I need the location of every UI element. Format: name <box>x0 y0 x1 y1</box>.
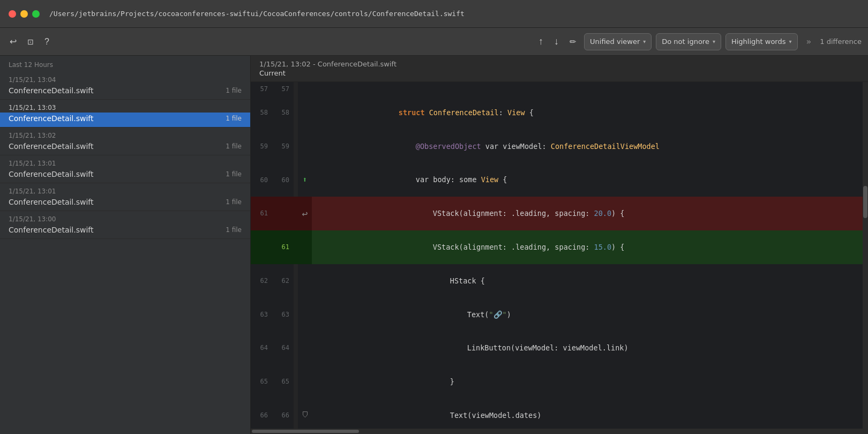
sidebar-timestamp-1: 1/15/21, 13:03 <box>0 100 250 113</box>
sidebar-item-1[interactable]: ConferenceDetail.swift 1 file <box>0 113 250 127</box>
scrollbar-thumb[interactable] <box>863 186 867 218</box>
maximize-button[interactable] <box>32 10 40 18</box>
table-row: 63 63 Text("🔗") <box>251 298 868 332</box>
table-row: 57 57 <box>251 82 868 96</box>
help-button[interactable]: ? <box>41 35 53 49</box>
code-line-62: HStack { <box>312 264 868 298</box>
traffic-lights <box>9 10 40 18</box>
code-line-64: LinkButton(viewModel: viewModel.link) <box>312 331 868 365</box>
highlight-dropdown[interactable]: Highlight words ▾ <box>725 33 798 50</box>
sidebar-timestamp-3: 1/15/21, 13:01 <box>0 155 250 168</box>
code-line-58: struct ConferenceDetail: View { <box>312 96 868 130</box>
code-line-63: Text("🔗") <box>312 298 868 332</box>
edit-button[interactable]: ✏ <box>566 35 580 49</box>
sidebar-group-3: 1/15/21, 13:01 ConferenceDetail.swift 1 … <box>0 155 250 183</box>
main-content: Last 12 Hours 1/15/21, 13:04 ConferenceD… <box>0 56 868 434</box>
sidebar-group-2: 1/15/21, 13:02 ConferenceDetail.swift 1 … <box>0 128 250 155</box>
table-row: 61 ↩ VStack(alignment: .leading, spacing… <box>251 197 868 230</box>
table-row: 61 VStack(alignment: .leading, spacing: … <box>251 230 868 264</box>
sidebar-filecount-5: 1 file <box>226 226 242 234</box>
vertical-scrollbar[interactable] <box>863 82 868 429</box>
sidebar-item-5[interactable]: ConferenceDetail.swift 1 file <box>0 224 250 238</box>
ignore-dropdown-arrow: ▾ <box>713 39 715 44</box>
nav-up-button[interactable]: ↑ <box>535 34 547 49</box>
code-line-60: var body: some View { <box>312 163 868 197</box>
code-line-57 <box>312 82 868 96</box>
table-row: 64 64 LinkButton(viewModel: viewModel.li… <box>251 331 868 365</box>
gutter-60: ⬆ <box>298 163 312 197</box>
sidebar-filecount-2: 1 file <box>226 143 242 150</box>
sidebar-filename-3: ConferenceDetail.swift <box>9 170 94 178</box>
horizontal-scrollbar[interactable] <box>251 429 868 434</box>
h-scrollbar-thumb[interactable] <box>252 430 359 433</box>
gutter-65 <box>298 365 312 399</box>
sidebar-item-4[interactable]: ConferenceDetail.swift 1 file <box>0 196 250 211</box>
table-row: 59 59 @ObservedObject var viewModel: Con… <box>251 130 868 163</box>
gutter-57 <box>298 82 312 96</box>
sidebar-item-2[interactable]: ConferenceDetail.swift 1 file <box>0 140 250 155</box>
sidebar: Last 12 Hours 1/15/21, 13:04 ConferenceD… <box>0 56 251 434</box>
sidebar-item-0[interactable]: ConferenceDetail.swift 1 file <box>0 85 250 99</box>
sidebar-filename-0: ConferenceDetail.swift <box>9 86 94 95</box>
sidebar-header: Last 12 Hours <box>0 56 250 72</box>
toolbar: ↩ ⊡ ? ↑ ↓ ✏ Unified viewer ▾ Do not igno… <box>0 28 868 56</box>
titlebar-path: /Users/jetbrains/Projects/cocoaconferenc… <box>49 10 465 18</box>
sidebar-group-0: 1/15/21, 13:04 ConferenceDetail.swift 1 … <box>0 72 250 100</box>
gutter-66: ⛉ <box>298 399 312 429</box>
sidebar-filecount-3: 1 file <box>226 170 242 178</box>
sidebar-timestamp-2: 1/15/21, 13:02 <box>0 128 250 140</box>
viewer-dropdown-arrow: ▾ <box>643 39 646 44</box>
sidebar-group-4: 1/15/21, 13:01 ConferenceDetail.swift 1 … <box>0 183 250 211</box>
gutter-58 <box>298 96 312 130</box>
sidebar-group-1: 1/15/21, 13:03 ConferenceDetail.swift 1 … <box>0 100 250 128</box>
sidebar-filename-4: ConferenceDetail.swift <box>9 198 94 206</box>
sidebar-timestamp-5: 1/15/21, 13:00 <box>0 211 250 224</box>
sidebar-filecount-0: 1 file <box>226 87 242 94</box>
close-button[interactable] <box>9 10 16 18</box>
line-num-right: 57 <box>272 82 294 96</box>
minimize-button[interactable] <box>20 10 28 18</box>
code-line-61-add: VStack(alignment: .leading, spacing: 15.… <box>312 230 868 264</box>
sidebar-filecount-4: 1 file <box>226 198 242 206</box>
table-row: 65 65 } <box>251 365 868 399</box>
code-line-61-del: VStack(alignment: .leading, spacing: 20.… <box>312 197 868 230</box>
code-line-59: @ObservedObject var viewModel: Conferenc… <box>312 130 868 163</box>
code-header-timestamp: 1/15/21, 13:02 - ConferenceDetail.swift <box>259 60 859 68</box>
sidebar-timestamp-4: 1/15/21, 13:01 <box>0 183 250 196</box>
sidebar-filename-2: ConferenceDetail.swift <box>9 142 94 151</box>
sidebar-filename-1: ConferenceDetail.swift <box>9 114 94 123</box>
sidebar-group-5: 1/15/21, 13:00 ConferenceDetail.swift 1 … <box>0 211 250 239</box>
code-header-label: Current <box>259 69 859 77</box>
gutter-61-add <box>298 230 312 264</box>
table-row: 60 60 ⬆ var body: some View { <box>251 163 868 197</box>
code-area: 1/15/21, 13:02 - ConferenceDetail.swift … <box>251 56 868 434</box>
highlight-dropdown-arrow: ▾ <box>789 39 792 44</box>
diff-arrows-icon: » <box>806 36 812 47</box>
gutter-61-del: ↩ <box>298 197 312 230</box>
sidebar-timestamp-0: 1/15/21, 13:04 <box>0 72 250 85</box>
gutter-63 <box>298 298 312 332</box>
viewer-dropdown[interactable]: Unified viewer ▾ <box>584 33 652 50</box>
nav-down-button[interactable]: ↓ <box>551 34 562 49</box>
ignore-dropdown[interactable]: Do not ignore ▾ <box>656 33 721 50</box>
code-line-66: Text(viewModel.dates) <box>312 399 868 429</box>
table-row: 66 66 ⛉ Text(viewModel.dates) <box>251 399 868 429</box>
code-header: 1/15/21, 13:02 - ConferenceDetail.swift … <box>251 56 868 82</box>
sidebar-filecount-1: 1 file <box>226 115 242 122</box>
undo-button[interactable]: ↩ <box>6 34 20 49</box>
gutter-59 <box>298 130 312 163</box>
diff-count-badge: 1 difference <box>820 38 862 46</box>
line-num-left: 57 <box>251 82 272 96</box>
code-line-65: } <box>312 365 868 399</box>
table-row: 62 62 HStack { <box>251 264 868 298</box>
save-button[interactable]: ⊡ <box>24 35 37 48</box>
code-content[interactable]: 57 57 58 58 struct ConferenceDetail: Vi <box>251 82 868 429</box>
sidebar-item-3[interactable]: ConferenceDetail.swift 1 file <box>0 168 250 183</box>
gutter-64 <box>298 331 312 365</box>
code-table: 57 57 58 58 struct ConferenceDetail: Vi <box>251 82 868 429</box>
table-row: 58 58 struct ConferenceDetail: View { <box>251 96 868 130</box>
sidebar-filename-5: ConferenceDetail.swift <box>9 226 94 234</box>
gutter-62 <box>298 264 312 298</box>
titlebar: /Users/jetbrains/Projects/cocoaconferenc… <box>0 0 868 28</box>
